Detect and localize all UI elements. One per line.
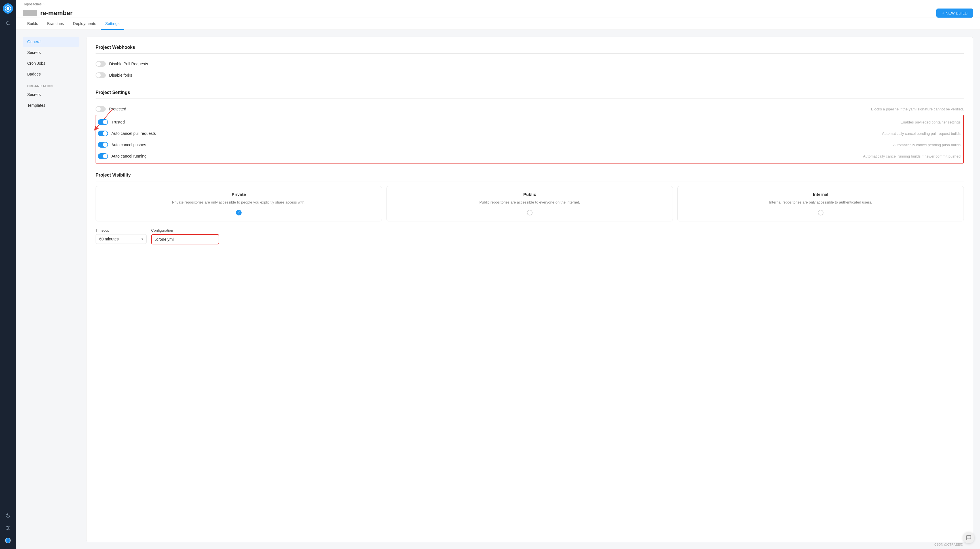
- timeout-select-wrapper: 60 minutes: [95, 234, 146, 244]
- visibility-cards: Private Private repositories are only ac…: [95, 186, 964, 222]
- private-radio[interactable]: [236, 210, 242, 215]
- user-avatar-icon[interactable]: 👤: [3, 535, 13, 546]
- svg-text:👤: 👤: [6, 539, 10, 543]
- timeout-label: Timeout: [95, 228, 146, 233]
- protected-toggle[interactable]: [95, 106, 106, 112]
- auto-cancel-running-left: Auto cancel running: [98, 153, 146, 159]
- repo-avatar: [23, 10, 37, 16]
- auto-cancel-pull-requests-toggle[interactable]: [98, 131, 108, 136]
- top-header: Repositories › re-member + NEW BUILD: [16, 0, 980, 18]
- breadcrumb-repositories[interactable]: Repositories: [23, 2, 42, 6]
- timeout-group: Timeout 60 minutes: [95, 228, 146, 244]
- sliders-icon[interactable]: [3, 523, 13, 533]
- tab-deployments[interactable]: Deployments: [68, 18, 101, 30]
- configuration-label: Configuration: [151, 228, 219, 233]
- internal-card-radio: [682, 210, 959, 215]
- protected-hint: Blocks a pipeline if the yaml signature …: [871, 107, 964, 111]
- auto-cancel-running-row: Auto cancel running Automatically cancel…: [98, 150, 962, 162]
- main-area: Repositories › re-member + NEW BUILD Bui…: [16, 0, 980, 549]
- sidebar-bottom-icons: 👤: [3, 511, 13, 546]
- repo-title: re-member: [23, 10, 73, 17]
- chat-bubble[interactable]: [963, 532, 974, 543]
- auto-cancel-pull-requests-hint: Automatically cancel pending pull reques…: [882, 131, 962, 136]
- project-settings-title: Project Settings: [95, 90, 964, 99]
- left-nav: General Secrets Cron Jobs Badges ORGANIZ…: [23, 37, 80, 542]
- trusted-left: Trusted: [98, 119, 125, 125]
- auto-cancel-pushes-hint: Automatically cancel pending push builds…: [893, 143, 962, 147]
- disable-pull-requests-left: Disable Pull Requests: [95, 61, 148, 67]
- public-radio[interactable]: [527, 210, 533, 215]
- protected-label: Protected: [109, 107, 126, 111]
- auto-cancel-pull-requests-label: Auto cancel pull requests: [111, 131, 156, 136]
- auto-cancel-running-hint: Automatically cancel running builds if n…: [863, 154, 962, 158]
- disable-forks-row: Disable forks: [95, 70, 964, 81]
- repo-name: re-member: [40, 10, 73, 17]
- private-card-radio: [100, 210, 377, 215]
- auto-cancel-pushes-label: Auto cancel pushes: [111, 142, 146, 147]
- project-visibility-section: Project Visibility Private Private repos…: [95, 172, 964, 244]
- auto-cancel-pushes-toggle[interactable]: [98, 142, 108, 148]
- trusted-label: Trusted: [111, 120, 125, 124]
- highlight-box: Trusted Enables privileged container set…: [95, 115, 964, 163]
- disable-forks-toggle[interactable]: [95, 72, 106, 78]
- internal-card-title: Internal: [682, 192, 959, 197]
- nav-item-cron-jobs[interactable]: Cron Jobs: [23, 58, 80, 69]
- nav-item-templates[interactable]: Templates: [23, 100, 80, 110]
- protected-left: Protected: [95, 106, 126, 112]
- public-card-radio: [391, 210, 668, 215]
- svg-point-8: [8, 528, 10, 528]
- auto-cancel-running-toggle[interactable]: [98, 153, 108, 159]
- nav-item-general[interactable]: General: [23, 37, 80, 47]
- public-card-title: Public: [391, 192, 668, 197]
- tab-branches[interactable]: Branches: [43, 18, 68, 30]
- private-card-title: Private: [100, 192, 377, 197]
- trusted-toggle[interactable]: [98, 119, 108, 125]
- search-sidebar-icon[interactable]: [3, 18, 13, 29]
- tab-builds[interactable]: Builds: [23, 18, 43, 30]
- nav-item-org-secrets[interactable]: Secrets: [23, 89, 80, 100]
- project-settings-section: Project Settings: [95, 90, 964, 163]
- nav-item-badges[interactable]: Badges: [23, 69, 80, 79]
- disable-pull-requests-row: Disable Pull Requests: [95, 58, 964, 70]
- svg-point-9: [7, 529, 8, 530]
- nav-item-secrets[interactable]: Secrets: [23, 48, 80, 57]
- trusted-hint: Enables privileged container settings.: [900, 120, 962, 124]
- public-card-desc: Public repositories are accessible to ev…: [391, 199, 668, 205]
- svg-point-1: [6, 7, 10, 10]
- nav-tabs: Builds Branches Deployments Settings: [16, 18, 980, 30]
- svg-point-7: [7, 526, 8, 527]
- visibility-card-public[interactable]: Public Public repositories are accessibl…: [387, 186, 673, 222]
- sidebar: 👤: [0, 0, 16, 549]
- configuration-input[interactable]: [151, 234, 219, 244]
- private-card-desc: Private repositories are only accessible…: [100, 199, 377, 205]
- org-section-label: ORGANIZATION: [23, 80, 80, 89]
- visibility-card-internal[interactable]: Internal Internal repositories are only …: [678, 186, 964, 222]
- svg-line-3: [9, 24, 10, 25]
- auto-cancel-running-label: Auto cancel running: [111, 154, 146, 158]
- timeout-select[interactable]: 60 minutes: [95, 234, 146, 244]
- project-webhooks-title: Project Webhooks: [95, 45, 964, 54]
- footer-note: CSDN @CTRAEE汉: [934, 543, 963, 547]
- internal-radio[interactable]: [818, 210, 824, 215]
- configuration-group: Configuration: [151, 228, 219, 244]
- moon-icon[interactable]: [3, 511, 13, 520]
- protected-row: Protected Blocks a pipeline if the yaml …: [95, 103, 964, 115]
- repo-avatar-group: [23, 10, 38, 16]
- breadcrumb-sep: ›: [43, 2, 45, 6]
- tab-settings[interactable]: Settings: [101, 18, 124, 30]
- sidebar-logo[interactable]: [3, 3, 13, 14]
- auto-cancel-pull-requests-row: Auto cancel pull requests Automatically …: [98, 128, 962, 139]
- form-row: Timeout 60 minutes Configuration: [95, 228, 964, 244]
- disable-pull-requests-toggle[interactable]: [95, 61, 106, 67]
- project-webhooks-section: Project Webhooks Disable Pull Requests D…: [95, 45, 964, 81]
- breadcrumb: Repositories ›: [23, 0, 973, 7]
- visibility-card-private[interactable]: Private Private repositories are only ac…: [95, 186, 382, 222]
- disable-forks-left: Disable forks: [95, 72, 132, 78]
- auto-cancel-pushes-left: Auto cancel pushes: [98, 142, 146, 148]
- auto-cancel-pull-requests-left: Auto cancel pull requests: [98, 131, 156, 136]
- disable-pull-requests-label: Disable Pull Requests: [109, 62, 148, 66]
- new-build-button[interactable]: + NEW BUILD: [936, 8, 973, 18]
- svg-point-2: [6, 22, 10, 25]
- project-visibility-title: Project Visibility: [95, 172, 964, 181]
- page-body: General Secrets Cron Jobs Badges ORGANIZ…: [16, 30, 980, 549]
